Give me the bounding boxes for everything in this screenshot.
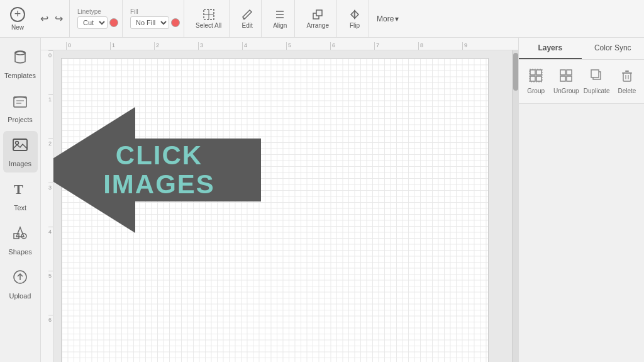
ruler-mark-7: 7 — [374, 42, 418, 50]
panel-tabs: Layers Color Sync — [519, 38, 644, 60]
align-label: Align — [273, 22, 287, 29]
ruler-mark-3: 3 — [198, 42, 242, 50]
canvas-area: 0 1 2 3 4 5 6 7 8 9 0 1 2 3 4 5 6 — [41, 38, 518, 362]
sidebar-item-templates[interactable]: Templates — [3, 43, 38, 84]
ruler-mark-2: 2 — [154, 42, 198, 50]
svg-rect-32 — [591, 70, 599, 77]
svg-rect-24 — [530, 76, 535, 81]
scrollbar-thumb[interactable] — [513, 53, 518, 91]
group-button[interactable]: Group — [521, 65, 550, 98]
upload-icon — [11, 268, 29, 290]
sidebar-item-upload[interactable]: Upload — [3, 263, 38, 305]
ruler-mark-1: 1 — [110, 42, 154, 50]
fill-label: Fill — [130, 8, 138, 15]
images-label: Images — [9, 160, 31, 167]
right-panel: Layers Color Sync Group — [518, 38, 644, 362]
undo-redo-group: ↩ ↪ — [34, 0, 70, 37]
sidebar-item-projects[interactable]: Projects — [3, 87, 38, 128]
arrange-button[interactable]: Arrange — [303, 6, 333, 31]
ruler-mark-v-0: 0 — [48, 50, 53, 94]
fill-label-group: Fill No Fill — [130, 8, 180, 29]
panel-actions: Group UnGroup — [519, 60, 644, 104]
templates-icon — [11, 48, 29, 69]
projects-icon — [11, 92, 29, 113]
fill-select-row: No Fill — [130, 16, 180, 29]
select-all-button[interactable]: Select All — [192, 6, 225, 31]
align-icon — [274, 8, 286, 21]
flip-label: Flip — [350, 22, 360, 29]
svg-rect-30 — [567, 76, 572, 81]
svg-rect-33 — [623, 73, 631, 81]
svg-text:T: T — [14, 181, 23, 197]
fill-group: Fill No Fill — [126, 0, 184, 37]
main-toolbar: + New ↩ ↪ Linetype Cut Fill No Fill — [0, 0, 644, 38]
arrow-container: CLICK IMAGES — [53, 88, 261, 252]
ruler-horizontal: 0 1 2 3 4 5 6 7 8 9 — [41, 38, 518, 50]
linetype-select[interactable]: Cut — [77, 16, 108, 29]
ruler-mark-8: 8 — [418, 42, 462, 50]
templates-label: Templates — [4, 72, 36, 79]
delete-icon — [620, 69, 634, 86]
tab-layers[interactable]: Layers — [519, 38, 582, 59]
edit-icon — [241, 8, 253, 21]
arrange-group: Arrange — [299, 0, 337, 37]
linetype-group: Linetype Cut — [74, 0, 123, 37]
svg-rect-28 — [567, 70, 572, 75]
svg-rect-25 — [536, 76, 541, 81]
sidebar-item-text[interactable]: T Text — [3, 175, 38, 217]
duplicate-icon — [590, 69, 604, 86]
ruler-vertical: 0 1 2 3 4 5 6 — [41, 50, 53, 362]
arrange-label: Arrange — [306, 22, 329, 29]
svg-rect-26 — [530, 69, 542, 82]
main-area: Templates Projects Images — [0, 38, 644, 362]
edit-button[interactable]: Edit — [237, 6, 257, 31]
sidebar-item-shapes[interactable]: Shapes — [3, 219, 38, 261]
canvas-with-ruler: 0 1 2 3 4 5 6 CLICK — [41, 50, 518, 362]
ruler-h-marks: 0 1 2 3 4 5 6 7 8 9 — [66, 42, 518, 50]
images-icon — [11, 136, 29, 157]
ruler-mark-v-1: 1 — [48, 94, 53, 139]
undo-button[interactable]: ↩ — [38, 10, 51, 27]
ungroup-label: UnGroup — [553, 88, 579, 94]
group-label: Group — [527, 88, 545, 94]
delete-label: Delete — [618, 88, 636, 94]
tab-layers-label: Layers — [538, 43, 562, 52]
projects-label: Projects — [8, 116, 33, 123]
sidebar-item-images[interactable]: Images — [3, 131, 38, 173]
duplicate-label: Duplicate — [584, 88, 610, 94]
linetype-color-swatch — [109, 18, 118, 27]
svg-rect-23 — [536, 70, 541, 75]
scrollbar-vertical[interactable] — [512, 50, 518, 362]
shapes-label: Shapes — [8, 248, 31, 256]
align-button[interactable]: Align — [269, 6, 291, 31]
new-icon: + — [10, 7, 25, 22]
arrow-shape — [53, 107, 261, 233]
redo-button[interactable]: ↪ — [52, 10, 65, 27]
edit-label: Edit — [242, 22, 253, 29]
flip-button[interactable]: Flip — [345, 6, 365, 31]
tab-color-sync[interactable]: Color Sync — [582, 38, 645, 59]
flip-group: Flip — [341, 0, 369, 37]
more-button[interactable]: More ▾ — [373, 12, 402, 26]
text-label: Text — [14, 204, 26, 212]
ruler-mark-v-5: 5 — [48, 271, 53, 315]
linetype-label-group: Linetype Cut — [77, 8, 118, 29]
canvas[interactable]: CLICK IMAGES — [53, 50, 512, 362]
select-all-label: Select All — [196, 22, 221, 29]
ruler-mark-5: 5 — [286, 42, 330, 50]
ruler-mark-0: 0 — [66, 42, 110, 50]
ungroup-icon — [559, 69, 573, 86]
fill-select[interactable]: No Fill — [130, 16, 169, 29]
svg-rect-22 — [530, 70, 535, 75]
group-icon — [529, 69, 543, 86]
text-icon: T — [11, 180, 29, 201]
ruler-mark-v-2: 2 — [48, 139, 53, 183]
duplicate-button[interactable]: Duplicate — [582, 65, 611, 98]
delete-button[interactable]: Delete — [613, 65, 641, 98]
svg-marker-17 — [16, 227, 24, 237]
svg-rect-27 — [560, 70, 565, 75]
ungroup-button[interactable]: UnGroup — [552, 65, 580, 98]
new-button[interactable]: + New — [5, 3, 30, 35]
ruler-mark-4: 4 — [242, 42, 286, 50]
linetype-label: Linetype — [77, 8, 101, 15]
